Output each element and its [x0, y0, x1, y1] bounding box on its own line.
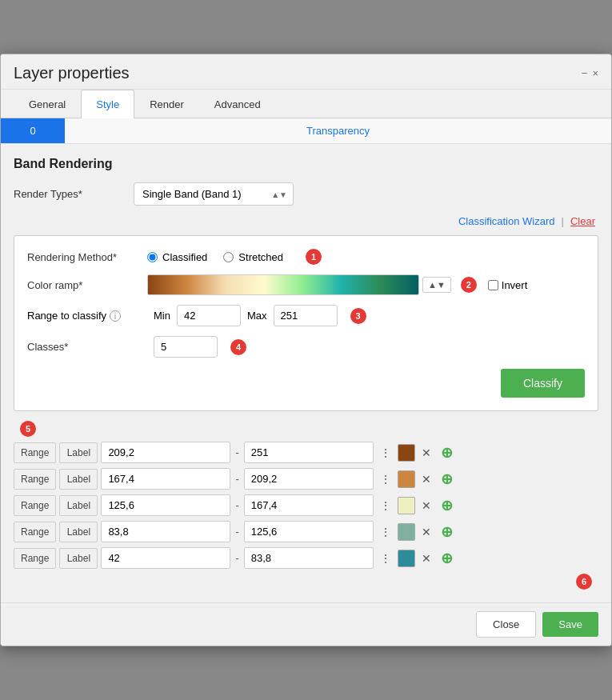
step-3-badge: 3	[350, 308, 366, 324]
add-button-2[interactable]: ⊕	[438, 469, 456, 490]
range-max-input-2[interactable]	[244, 468, 374, 490]
min-max-group: Min Max 3	[154, 305, 366, 326]
window-controls: − ×	[582, 67, 598, 79]
transparency-value-button[interactable]: 0	[1, 118, 65, 143]
color-swatch-3[interactable]	[398, 497, 415, 514]
layer-properties-dialog: Layer properties − × General Style Rende…	[0, 54, 612, 646]
range-min-input-1[interactable]	[101, 442, 230, 463]
range-max-input-5[interactable]	[244, 547, 374, 569]
stretched-option[interactable]: Stretched	[223, 251, 283, 263]
close-button[interactable]: Close	[476, 611, 536, 638]
step-4-badge: 4	[230, 339, 246, 355]
invert-checkbox[interactable]	[488, 280, 498, 290]
invert-label: Invert	[502, 279, 528, 291]
table-row: Range Label - ⋮ ✕ ⊕	[14, 468, 598, 490]
label-button-3[interactable]: Label	[59, 495, 98, 516]
dash-3: -	[234, 499, 240, 511]
range-classify-label: Range to classify	[27, 310, 106, 322]
range-min-input-4[interactable]	[101, 521, 230, 542]
render-type-select[interactable]: Single Band (Band 1)	[134, 182, 294, 206]
label-button-4[interactable]: Label	[59, 522, 98, 542]
bottom-row: 6	[14, 574, 598, 590]
tab-general[interactable]: General	[14, 90, 81, 118]
color-swatch-4[interactable]	[398, 523, 415, 541]
dots-button-1[interactable]: ⋮	[377, 445, 394, 461]
delete-button-3[interactable]: ✕	[418, 498, 434, 514]
tab-bar: General Style Render Advanced	[1, 90, 611, 118]
label-button-2[interactable]: Label	[59, 469, 98, 490]
range-button-3[interactable]: Range	[14, 495, 56, 516]
label-button-1[interactable]: Label	[59, 442, 98, 463]
range-button-4[interactable]: Range	[14, 522, 56, 542]
classified-radio[interactable]	[147, 252, 158, 262]
stretched-radio[interactable]	[223, 252, 234, 262]
render-types-label: Render Types*	[14, 188, 134, 200]
max-input[interactable]	[274, 305, 338, 326]
range-button-5[interactable]: Range	[14, 548, 56, 569]
classify-button[interactable]: Classify	[501, 369, 585, 398]
add-button-4[interactable]: ⊕	[438, 522, 456, 542]
classification-wizard-link[interactable]: Classification Wizard	[458, 215, 555, 227]
band-rendering-title: Band Rendering	[14, 157, 598, 171]
range-table: 5 Range Label - ⋮ ✕ ⊕ Range Label -	[14, 421, 598, 590]
step-1-badge: 1	[306, 249, 322, 265]
tab-advanced[interactable]: Advanced	[199, 90, 276, 118]
dots-button-2[interactable]: ⋮	[377, 471, 394, 487]
info-icon[interactable]: i	[110, 310, 121, 322]
delete-button-2[interactable]: ✕	[418, 471, 434, 487]
close-button[interactable]: ×	[592, 67, 598, 79]
table-row: Range Label - ⋮ ✕ ⊕	[14, 521, 598, 542]
dots-button-5[interactable]: ⋮	[377, 550, 394, 566]
footer: Close Save	[1, 602, 611, 646]
tab-render[interactable]: Render	[134, 90, 199, 118]
classified-label: Classified	[162, 251, 207, 263]
delete-button-4[interactable]: ✕	[418, 524, 434, 540]
minimize-button[interactable]: −	[582, 67, 588, 79]
range-min-input-5[interactable]	[101, 547, 230, 569]
range-max-input-4[interactable]	[244, 521, 374, 542]
add-button-3[interactable]: ⊕	[438, 495, 456, 516]
range-button-1[interactable]: Range	[14, 442, 56, 463]
range-max-input-3[interactable]	[244, 494, 374, 516]
clear-link[interactable]: Clear	[570, 215, 595, 227]
range-max-input-1[interactable]	[244, 442, 374, 463]
dots-button-4[interactable]: ⋮	[377, 524, 394, 540]
color-ramp-preview[interactable]	[147, 274, 419, 295]
classes-label: Classes*	[27, 341, 147, 353]
classes-input[interactable]	[154, 336, 218, 358]
step-2-badge: 2	[461, 277, 477, 293]
wizard-row: Classification Wizard | Clear	[14, 215, 598, 227]
min-input[interactable]	[177, 305, 241, 326]
dots-button-3[interactable]: ⋮	[377, 498, 394, 514]
max-label: Max	[247, 310, 267, 322]
stretched-label: Stretched	[238, 251, 283, 263]
min-label: Min	[154, 310, 170, 322]
dash-2: -	[234, 473, 240, 485]
classified-option[interactable]: Classified	[147, 251, 207, 263]
add-button-1[interactable]: ⊕	[438, 442, 456, 463]
label-button-5[interactable]: Label	[59, 548, 98, 569]
delete-button-1[interactable]: ✕	[418, 445, 434, 461]
table-row: Range Label - ⋮ ✕ ⊕	[14, 547, 598, 569]
render-type-select-wrapper: Single Band (Band 1) ▲▼	[134, 182, 294, 206]
color-ramp-label: Color ramp*	[27, 279, 147, 291]
save-button[interactable]: Save	[542, 612, 598, 637]
color-swatch-2[interactable]	[398, 470, 415, 488]
step-5-badge: 5	[20, 421, 36, 437]
color-swatch-5[interactable]	[398, 550, 415, 567]
dash-4: -	[234, 526, 240, 538]
range-button-2[interactable]: Range	[14, 469, 56, 490]
delete-button-5[interactable]: ✕	[418, 550, 434, 566]
invert-group: Invert	[488, 279, 528, 291]
classify-row: Classify	[27, 369, 585, 398]
title-bar: Layer properties − ×	[1, 54, 611, 90]
add-button-5[interactable]: ⊕	[438, 548, 456, 569]
range-min-input-3[interactable]	[101, 494, 230, 516]
rendering-panel: Rendering Method* Classified Stretched 1…	[14, 235, 598, 411]
color-ramp-arrow-button[interactable]: ▲▼	[422, 277, 451, 293]
table-row: Range Label - ⋮ ✕ ⊕	[14, 494, 598, 516]
range-min-input-2[interactable]	[101, 468, 230, 490]
step-6-badge: 6	[576, 574, 592, 590]
tab-style[interactable]: Style	[81, 90, 134, 118]
color-swatch-1[interactable]	[398, 444, 415, 462]
